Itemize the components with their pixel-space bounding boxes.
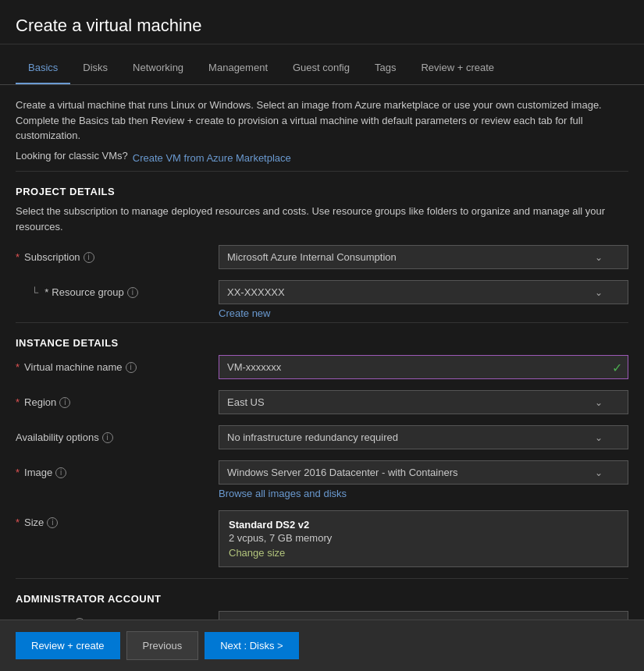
previous-button[interactable]: Previous <box>126 631 199 660</box>
tab-basics[interactable]: Basics <box>16 52 70 84</box>
availability-dropdown[interactable]: No infrastructure redundancy required ⌄ <box>219 425 628 449</box>
size-required-star: * <box>16 517 20 528</box>
image-dropdown[interactable]: Windows Server 2016 Datacenter - with Co… <box>219 460 628 485</box>
availability-label: Availability options i <box>16 425 219 443</box>
subscription-required-star: * <box>16 251 20 263</box>
vm-name-check-icon: ✓ <box>612 360 622 375</box>
availability-row: Availability options i No infrastructure… <box>16 425 628 449</box>
subscription-dropdown[interactable]: Microsoft Azure Internal Consumption ⌄ <box>219 245 628 269</box>
region-info-icon[interactable]: i <box>59 397 70 408</box>
content-area: Create a virtual machine that runs Linux… <box>0 85 644 671</box>
subscription-value: Microsoft Azure Internal Consumption <box>227 251 397 263</box>
resource-group-dropdown[interactable]: XX-XXXXXX ⌄ <box>219 280 628 304</box>
image-value: Windows Server 2016 Datacenter - with Co… <box>227 467 458 478</box>
project-details-header: PROJECT DETAILS <box>16 186 628 197</box>
tab-disks[interactable]: Disks <box>70 52 120 84</box>
size-control: Standard DS2 v2 2 vcpus, 7 GB memory Cha… <box>219 510 628 567</box>
availability-info-icon[interactable]: i <box>102 432 113 443</box>
subscription-control: Microsoft Azure Internal Consumption ⌄ <box>219 245 628 269</box>
resource-group-chevron-icon: ⌄ <box>595 287 603 298</box>
region-required-star: * <box>16 396 20 408</box>
image-info-icon[interactable]: i <box>55 467 66 478</box>
vm-name-required-star: * <box>16 361 20 373</box>
size-row: * Size i Standard DS2 v2 2 vcpus, 7 GB m… <box>16 510 628 567</box>
indent-indicator: └ <box>31 286 38 298</box>
looking-for-row: Looking for classic VMs? Create VM from … <box>16 148 628 169</box>
section-divider-3 <box>16 578 628 579</box>
image-required-star: * <box>16 467 20 478</box>
subscription-label: * Subscription i <box>16 245 219 263</box>
availability-value: No infrastructure redundancy required <box>227 431 398 443</box>
page-header: Create a virtual machine <box>0 0 644 44</box>
region-row: * Region i East US ⌄ <box>16 390 628 414</box>
subscription-info-icon[interactable]: i <box>84 252 94 263</box>
description-text: Create a virtual machine that runs Linux… <box>16 98 628 144</box>
region-control: East US ⌄ <box>219 390 628 414</box>
vm-name-row: * Virtual machine name i ✓ <box>16 355 628 379</box>
instance-details-header: INSTANCE DETAILS <box>16 337 628 349</box>
footer-bar: Review + create Previous Next : Disks > <box>0 620 644 671</box>
change-size-link[interactable]: Change size <box>229 547 285 559</box>
resource-group-required-star: * <box>44 286 48 298</box>
page-container: Create a virtual machine Basics Disks Ne… <box>0 0 644 671</box>
availability-chevron-icon: ⌄ <box>595 432 603 443</box>
size-label: * Size i <box>16 510 219 528</box>
resource-group-control: XX-XXXXXX ⌄ Create new <box>219 280 628 319</box>
size-info-box: Standard DS2 v2 2 vcpus, 7 GB memory Cha… <box>219 510 628 567</box>
vm-name-info-icon[interactable]: i <box>126 362 137 373</box>
vm-name-input-wrapper: ✓ <box>219 355 628 379</box>
tab-networking[interactable]: Networking <box>120 52 196 84</box>
resource-group-label: └ * Resource group i <box>16 280 219 298</box>
image-control: Windows Server 2016 Datacenter - with Co… <box>219 460 628 499</box>
section-divider-1 <box>16 171 628 172</box>
section-divider-2 <box>16 322 628 323</box>
looking-for-label: Looking for classic VMs? <box>16 148 128 164</box>
vm-name-input[interactable] <box>219 355 628 379</box>
tab-management[interactable]: Management <box>196 52 280 84</box>
region-chevron-icon: ⌄ <box>595 397 603 408</box>
region-label: * Region i <box>16 390 219 408</box>
next-disks-button[interactable]: Next : Disks > <box>205 632 299 659</box>
page-title: Create a virtual machine <box>16 16 628 36</box>
review-create-button[interactable]: Review + create <box>16 632 120 659</box>
admin-account-header: ADMINISTRATOR ACCOUNT <box>16 593 628 605</box>
tabs-bar: Basics Disks Networking Management Guest… <box>0 52 644 85</box>
resource-group-info-icon[interactable]: i <box>127 287 138 298</box>
availability-control: No infrastructure redundancy required ⌄ <box>219 425 628 449</box>
tab-guest-config[interactable]: Guest config <box>280 52 362 84</box>
project-details-description: Select the subscription to manage deploy… <box>16 204 628 234</box>
subscription-chevron-icon: ⌄ <box>595 252 603 263</box>
resource-group-row: └ * Resource group i XX-XXXXXX ⌄ Create … <box>16 280 628 319</box>
create-new-link[interactable]: Create new <box>219 307 270 319</box>
image-row: * Image i Windows Server 2016 Datacenter… <box>16 460 628 499</box>
tab-tags[interactable]: Tags <box>362 52 408 84</box>
resource-group-value: XX-XXXXXX <box>227 286 285 298</box>
region-value: East US <box>227 396 265 408</box>
vm-name-label: * Virtual machine name i <box>16 355 219 373</box>
size-name: Standard DS2 v2 <box>229 519 618 531</box>
size-details: 2 vcpus, 7 GB memory <box>229 532 618 544</box>
tab-review-create[interactable]: Review + create <box>408 52 507 84</box>
create-vm-link[interactable]: Create VM from Azure Marketplace <box>133 152 291 164</box>
region-dropdown[interactable]: East US ⌄ <box>219 390 628 414</box>
browse-images-link[interactable]: Browse all images and disks <box>219 488 347 499</box>
size-info-icon[interactable]: i <box>47 517 58 528</box>
image-label: * Image i <box>16 460 219 478</box>
vm-name-control: ✓ <box>219 355 628 379</box>
image-chevron-icon: ⌄ <box>595 467 603 478</box>
subscription-row: * Subscription i Microsoft Azure Interna… <box>16 245 628 269</box>
